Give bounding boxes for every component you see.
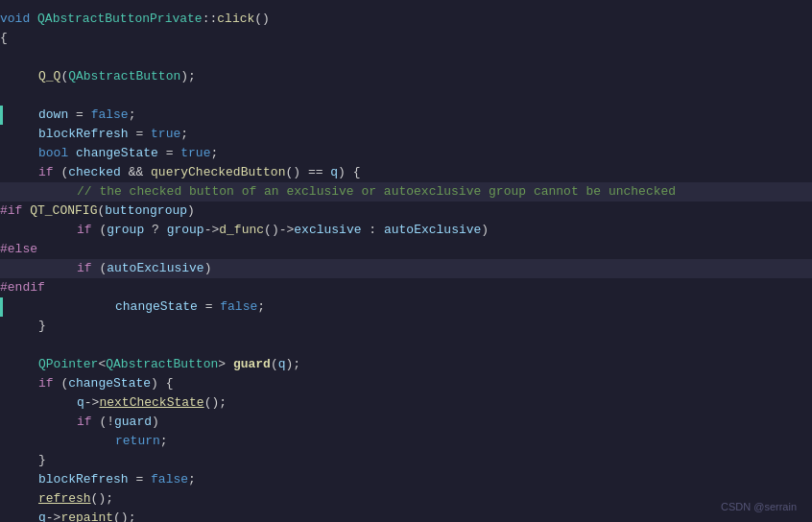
- code-line: #else: [0, 240, 812, 259]
- code-container: void QAbstractButtonPrivate::click() { Q…: [0, 0, 812, 522]
- code-line: changeState = false;: [0, 297, 812, 317]
- code-line: blockRefresh = true;: [0, 125, 812, 144]
- code-line: blockRefresh = false;: [0, 470, 812, 489]
- code-line: q->repaint();: [0, 509, 812, 522]
- code-line-highlighted: // the checked button of an exclusive or…: [0, 182, 812, 202]
- code-line: }: [0, 317, 812, 336]
- code-line-highlighted: if (autoExclusive): [0, 259, 812, 278]
- code-line: refresh();: [0, 489, 812, 509]
- code-line: }: [0, 451, 812, 470]
- code-line: return;: [0, 432, 812, 451]
- code-line: if (!guard): [0, 413, 812, 432]
- code-line: if (changeState) {: [0, 374, 812, 393]
- watermark: CSDN @serrain: [721, 501, 797, 512]
- code-line: void QAbstractButtonPrivate::click(): [0, 10, 812, 29]
- code-line: Q_Q(QAbstractButton);: [0, 67, 812, 86]
- code-line: if (group ? group->d_func()->exclusive :…: [0, 221, 812, 240]
- code-line: bool changeState = true;: [0, 144, 812, 163]
- code-line: [0, 336, 812, 355]
- code-line: q->nextCheckState();: [0, 393, 812, 413]
- code-line: down = false;: [0, 106, 812, 125]
- left-accent-bar-1: [0, 106, 3, 125]
- code-line: if (checked && queryCheckedButton() == q…: [0, 163, 812, 182]
- code-line: #if QT_CONFIG(buttongroup): [0, 202, 812, 221]
- code-line: [0, 86, 812, 106]
- code-line: #endif: [0, 278, 812, 297]
- code-line: [0, 48, 812, 67]
- code-line: QPointer<QAbstractButton> guard(q);: [0, 355, 812, 374]
- left-accent-bar-2: [0, 297, 3, 317]
- code-line: {: [0, 29, 812, 48]
